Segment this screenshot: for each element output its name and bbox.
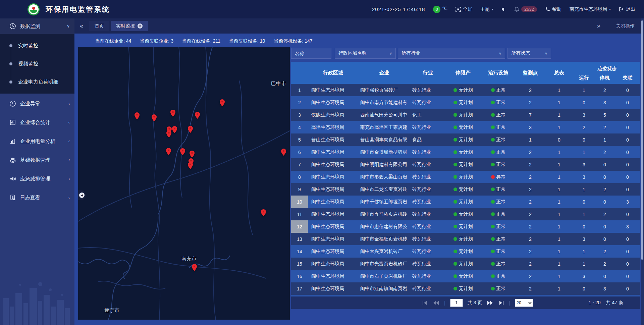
map-marker-pin-icon[interactable]: [188, 126, 193, 133]
sound-mute-button[interactable]: [501, 7, 506, 12]
table-row[interactable]: 10阆中生态环境局阆中千佛镇五郎垭页岩砖瓦行业无计划正常21003: [291, 196, 640, 208]
map-marker-pin-icon[interactable]: [180, 148, 185, 155]
status-filter-select[interactable]: 所有状态 ∨: [507, 48, 551, 59]
cell-region: 阆中生态环境局: [308, 233, 358, 245]
org-dropdown[interactable]: 南充市生态环境局 ▾: [570, 6, 611, 12]
cell-meter: 1: [545, 158, 574, 171]
tab-close-icon[interactable]: ×: [138, 23, 143, 29]
map-marker-pin-icon[interactable]: [261, 209, 266, 216]
map-city-label: 巴中市: [271, 80, 286, 87]
map-panel[interactable]: 巴中市南充市遂宁市 ◀: [78, 47, 290, 320]
fullscreen-label: 全屏: [463, 6, 472, 12]
tabs-scroll-left-icon[interactable]: «: [80, 22, 83, 30]
tab-实时监控[interactable]: 实时监控×: [111, 21, 148, 31]
status-dot-green: [453, 200, 457, 204]
map-marker-pin-icon[interactable]: [195, 112, 200, 119]
tabs-scroll-right-icon[interactable]: »: [597, 22, 600, 30]
sidebar-subitem-视频监控[interactable]: 视频监控: [0, 55, 74, 73]
next-page-button[interactable]: [487, 301, 493, 305]
app-window: 环保用电监管系统 2021-02-25 17:46:18 0 ℃ 全屏 主题 ▾…: [0, 0, 644, 325]
table-row[interactable]: 2阆中生态环境局阆中市南方节能建材有砖瓦行业无计划正常21030: [291, 96, 640, 109]
sidebar-item-3[interactable]: 企业用电量分析‹: [0, 132, 74, 150]
map-marker-pin-icon[interactable]: [152, 114, 157, 121]
table-row[interactable]: 15阆中生态环境局阆中市光富页岩机砖厂砖瓦行业无计划正常21120: [291, 258, 640, 270]
help-button[interactable]: 帮助: [545, 6, 561, 12]
sidebar-item-5[interactable]: 应急减排管理‹: [0, 170, 74, 187]
sidebar-subitem-企业电力负荷明细[interactable]: 企业电力负荷明细: [0, 73, 74, 91]
cell-limit: 无计划: [445, 96, 481, 109]
table-row[interactable]: 17阆中生态环境局阆中市江南镇阆南页岩砖瓦行业无计划正常21030: [291, 282, 640, 295]
table-row[interactable]: 5营山生态环境局营山县润丰肉食品有限食品无计划正常10010: [291, 133, 640, 146]
table-row[interactable]: 7阆中生态环境局阆中明阳建材有限公司砖瓦行业无计划正常21300: [291, 158, 640, 171]
table-row[interactable]: 14阆中生态环境局阆中大兴页岩机砖厂砖瓦行业无计划正常21120: [291, 245, 640, 258]
region-filter-select[interactable]: 行政区域名称 ∨: [335, 48, 396, 59]
page-size-select[interactable]: 20: [515, 299, 533, 307]
logout-button[interactable]: 退出: [619, 6, 635, 12]
table-row[interactable]: 4高坪生态环境局南充市高坪区王家店建砖瓦行业无计划正常31220: [291, 121, 640, 133]
map-marker-pin-icon[interactable]: [170, 110, 175, 117]
cell-region: 阆中生态环境局: [308, 282, 358, 295]
close-operations-dropdown[interactable]: 关闭操作: [616, 23, 635, 29]
cell-region: 阆中生态环境局: [308, 183, 358, 196]
chevron-left-icon: ‹: [68, 120, 70, 125]
map-marker-pin-icon[interactable]: [166, 130, 171, 138]
first-page-button[interactable]: [422, 301, 428, 305]
map-city-label: 南充市: [181, 256, 197, 262]
cell-run: 1: [574, 84, 594, 96]
name-search-input[interactable]: [291, 48, 331, 59]
cell-industry: 砖瓦行业: [410, 220, 445, 233]
table-row[interactable]: 13阆中生态环境局阆中市金福旺页岩机砖砖瓦行业无计划正常21300: [291, 233, 640, 245]
page-number-input[interactable]: [450, 299, 463, 307]
cell-company: 南充市高坪区王家店建: [358, 121, 410, 133]
cell-limit: 无计划: [445, 109, 481, 121]
table-row[interactable]: 9阆中生态环境局阆中市二龙长宝页岩砖砖瓦行业无计划正常21120: [291, 183, 640, 196]
sidebar-item-4[interactable]: 基础数据管理‹: [0, 151, 74, 169]
table-row[interactable]: 16阆中生态环境局阆中市石子页岩机砖厂砖瓦行业无计划正常21300: [291, 270, 640, 282]
alert-icon: [9, 100, 16, 107]
theme-dropdown[interactable]: 主题 ▾: [480, 6, 493, 12]
notifications-button[interactable]: 2632: [514, 6, 537, 12]
table-row[interactable]: 12阆中生态环境局阆中市忠信建材有限公砖瓦行业无计划正常21003: [291, 220, 640, 233]
tab-首页[interactable]: 首页: [89, 21, 109, 31]
industry-filter-select[interactable]: 所有行业 ∨: [398, 48, 505, 59]
map-marker-pin-icon[interactable]: [192, 264, 197, 271]
sidebar-subitem-实时监控[interactable]: 实时监控: [0, 37, 74, 55]
cell-industry: 砖瓦行业: [410, 245, 445, 258]
cell-meter: 1: [545, 270, 574, 282]
map-marker-pin-icon[interactable]: [220, 99, 225, 106]
table-row[interactable]: 1阆中生态环境局阆中强锐页岩砖厂砖瓦行业无计划正常21120: [291, 84, 640, 96]
cell-points: 2: [516, 96, 545, 109]
table-row[interactable]: 3仪陇生态环境局西南油气田分公司川中化工无计划正常71350: [291, 109, 640, 121]
table-row[interactable]: 8阆中生态环境局阆中市枣碧大梁山页岩砖瓦行业无计划异常21300: [291, 171, 640, 183]
cell-facility: 正常: [481, 183, 516, 196]
map-marker-pin-icon[interactable]: [172, 126, 177, 133]
cell-meter: 1: [545, 171, 574, 183]
sidebar-item-0[interactable]: 数据监测∨: [0, 18, 74, 34]
status-dot-green: [491, 88, 495, 92]
cell-meter: 1: [545, 109, 574, 121]
table-row[interactable]: 11阆中生态环境局阆中市五马桥页岩机砖砖瓦行业无计划正常21120: [291, 208, 640, 220]
map-marker-pin-icon[interactable]: [188, 162, 193, 169]
status-dot-green: [491, 163, 495, 166]
cell-index: 9: [291, 183, 308, 196]
cell-stop: 3: [594, 282, 615, 295]
map-marker-pin-icon[interactable]: [135, 112, 140, 119]
cell-run: 3: [574, 158, 594, 171]
fullscreen-button[interactable]: 全屏: [455, 6, 472, 12]
scrollbar-thumb[interactable]: [641, 20, 643, 260]
cell-run: 1: [574, 258, 594, 270]
status-dot-green: [453, 175, 457, 179]
table-row[interactable]: 6阆中生态环境局阆中市金博瑞新型墙材砖瓦行业无计划正常21120: [291, 146, 640, 158]
last-page-button[interactable]: [498, 301, 504, 305]
total-pages-label: 共 3 页: [468, 300, 482, 306]
map-marker-pin-icon[interactable]: [190, 151, 195, 158]
prev-page-button[interactable]: [433, 301, 439, 305]
cell-meter: 1: [545, 282, 574, 295]
map-marker-pin-icon[interactable]: [281, 149, 286, 156]
sidebar-item-1[interactable]: 企业异常‹: [0, 95, 74, 112]
chevron-down-icon: ∨: [545, 51, 547, 56]
sidebar-item-2[interactable]: 企业综合统计‹: [0, 114, 74, 131]
sidebar-item-6[interactable]: 日志查看‹: [0, 189, 74, 206]
map-marker-pin-icon[interactable]: [166, 148, 171, 155]
window-scrollbar[interactable]: [641, 18, 644, 325]
